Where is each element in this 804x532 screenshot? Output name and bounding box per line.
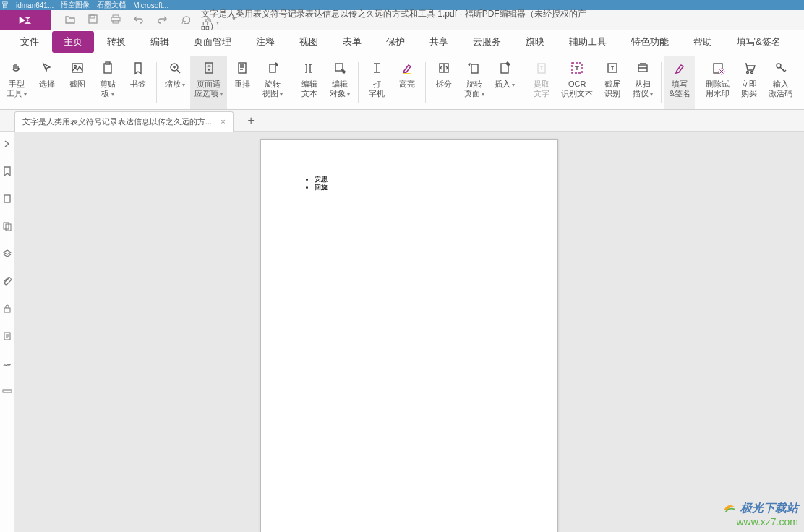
menu-注释[interactable]: 注释 bbox=[244, 31, 286, 53]
ribbon-label: 旋转页面 ▾ bbox=[464, 80, 484, 99]
ribbon-label: 从扫描仪 ▾ bbox=[633, 80, 653, 99]
open-icon[interactable] bbox=[65, 14, 75, 27]
menu-文件[interactable]: 文件 bbox=[9, 31, 51, 53]
cart-icon bbox=[740, 59, 758, 77]
menu-特色功能[interactable]: 特色功能 bbox=[620, 31, 680, 53]
svg-rect-11 bbox=[239, 63, 246, 73]
ribbon-key[interactable]: 输入激活码 bbox=[764, 56, 797, 109]
ribbon-edittext[interactable]: 编辑文本 bbox=[294, 56, 325, 109]
ribbon-toolbar: 手型工具 ▾选择截图剪贴板 ▾书签缩放 ▾页面适应选项 ▾重排旋转视图 ▾编辑文… bbox=[0, 53, 804, 110]
ribbon-editobj[interactable]: 编辑对象 ▾ bbox=[325, 56, 355, 109]
ribbon-cart[interactable]: 立即购买 bbox=[734, 56, 764, 109]
attach-panel-icon[interactable] bbox=[2, 276, 12, 286]
print-icon[interactable] bbox=[111, 14, 121, 27]
clipboard-icon bbox=[99, 59, 116, 77]
ribbon-screenshot[interactable]: 截屏识别 bbox=[597, 56, 628, 109]
svg-rect-12 bbox=[270, 64, 275, 72]
svg-point-23 bbox=[747, 72, 749, 74]
ribbon-zoom[interactable]: 缩放 ▾ bbox=[160, 56, 190, 109]
ribbon-label: 打字机 bbox=[369, 80, 385, 98]
ribbon-select[interactable]: 选择 bbox=[32, 56, 62, 109]
ribbon-hand[interactable]: 手型工具 ▾ bbox=[1, 56, 32, 109]
ribbon-label: 编辑文本 bbox=[302, 80, 317, 98]
ribbon-label: OCR识别文本 bbox=[561, 80, 593, 98]
watermark-url: www.xz7.com bbox=[722, 516, 798, 528]
menu-云服务[interactable]: 云服务 bbox=[461, 31, 513, 53]
ribbon-typewriter[interactable]: 打字机 bbox=[362, 56, 392, 109]
menu-帮助[interactable]: 帮助 bbox=[682, 31, 724, 53]
ribbon-rotatepage[interactable]: 旋转页面 ▾ bbox=[459, 56, 489, 109]
menu-编辑[interactable]: 编辑 bbox=[139, 31, 181, 53]
menu-转换[interactable]: 转换 bbox=[95, 31, 137, 53]
menu-填写&签名[interactable]: 填写&签名 bbox=[725, 31, 792, 53]
ribbon-scanner[interactable]: 从扫描仪 ▾ bbox=[628, 56, 658, 109]
layers-panel-icon[interactable] bbox=[2, 249, 12, 259]
side-arrow-icon[interactable] bbox=[2, 139, 12, 149]
bookmark-icon bbox=[129, 59, 147, 77]
redo-icon[interactable] bbox=[157, 14, 167, 27]
snapshot-icon bbox=[69, 59, 86, 77]
key-icon bbox=[772, 59, 790, 77]
ribbon-rotate[interactable]: 旋转视图 ▾ bbox=[257, 56, 288, 109]
workspace: 安思 回旋 bbox=[0, 132, 804, 532]
form-panel-icon[interactable] bbox=[2, 331, 12, 341]
title-bar: ▾ ▾ 文字是人类用表义符号记录表达信息以传之久远的方式和工具 1.pdf - … bbox=[0, 10, 804, 30]
ribbon-label: 填写&签名 bbox=[670, 80, 690, 98]
ribbon-label: 拆分 bbox=[436, 80, 452, 89]
document-canvas[interactable]: 安思 回旋 bbox=[14, 132, 804, 532]
ribbon-delwm[interactable]: 删除试用水印 bbox=[701, 56, 734, 109]
watermark: 极光下载站 www.xz7.com bbox=[722, 500, 798, 528]
redo2-icon[interactable] bbox=[180, 14, 190, 27]
ribbon-snapshot[interactable]: 截图 bbox=[62, 56, 93, 109]
rotatepage-icon bbox=[466, 59, 483, 77]
ribbon-reflow[interactable]: 重排 bbox=[227, 56, 257, 109]
menu-视图[interactable]: 视图 bbox=[288, 31, 330, 53]
reflow-icon bbox=[234, 59, 251, 77]
save-icon[interactable] bbox=[88, 14, 98, 27]
document-tab[interactable]: 文字是人类用表义符号记录表达信息以传之久远的方... × bbox=[14, 111, 234, 132]
hand-icon bbox=[8, 59, 25, 77]
ribbon-clipboard[interactable]: 剪贴板 ▾ bbox=[93, 56, 123, 109]
security-panel-icon[interactable] bbox=[2, 304, 12, 314]
ribbon-sign[interactable]: 填写&签名 bbox=[664, 56, 695, 109]
ribbon-bookmark[interactable]: 书签 bbox=[123, 56, 153, 109]
document-tab-bar: 文字是人类用表义符号记录表达信息以传之久远的方... × + bbox=[0, 110, 804, 132]
sign-panel-icon[interactable] bbox=[2, 359, 12, 369]
ribbon-label: 手型工具 ▾ bbox=[7, 80, 27, 99]
menu-页面管理[interactable]: 页面管理 bbox=[182, 31, 243, 53]
menu-保护[interactable]: 保护 bbox=[375, 31, 416, 53]
pages-panel-icon[interactable] bbox=[2, 194, 12, 204]
bookmark-panel-icon[interactable] bbox=[2, 166, 12, 176]
screenshot-icon bbox=[604, 59, 621, 77]
menu-表单[interactable]: 表单 bbox=[331, 31, 373, 53]
menu-辅助工具[interactable]: 辅助工具 bbox=[557, 31, 618, 53]
ribbon-label: 书签 bbox=[130, 80, 146, 89]
ribbon-split[interactable]: 拆分 bbox=[429, 56, 459, 109]
ribbon-highlight[interactable]: 高亮 bbox=[392, 56, 422, 109]
menu-旗映[interactable]: 旗映 bbox=[514, 31, 556, 53]
ribbon-label: 缩放 ▾ bbox=[165, 80, 185, 90]
watermark-icon bbox=[722, 500, 737, 516]
pages2-panel-icon[interactable] bbox=[2, 221, 12, 231]
document-tab-title: 文字是人类用表义符号记录表达信息以传之久远的方... bbox=[22, 116, 212, 127]
ribbon-insert[interactable]: 插入 ▾ bbox=[489, 56, 520, 109]
ruler-panel-icon[interactable] bbox=[2, 386, 12, 396]
select-icon bbox=[38, 59, 56, 77]
svg-point-6 bbox=[74, 66, 77, 68]
ribbon-label: 立即购买 bbox=[741, 80, 757, 98]
page-bullet-2: 回旋 bbox=[315, 184, 514, 192]
undo-icon[interactable] bbox=[134, 14, 144, 27]
ribbon-ocr[interactable]: OCR识别文本 bbox=[557, 56, 597, 109]
ribbon-label: 删除试用水印 bbox=[706, 80, 730, 98]
close-tab-icon[interactable]: × bbox=[221, 117, 225, 126]
add-tab-button[interactable]: + bbox=[248, 114, 255, 127]
menu-主页[interactable]: 主页 bbox=[52, 31, 94, 53]
ribbon-extract[interactable]: 提取文字 bbox=[526, 56, 557, 109]
app-logo[interactable] bbox=[0, 10, 51, 30]
ribbon-pagefit[interactable]: 页面适应选项 ▾ bbox=[190, 56, 227, 109]
ribbon-label: 插入 ▾ bbox=[495, 80, 515, 90]
menu-共享[interactable]: 共享 bbox=[418, 31, 460, 53]
watermark-title: 极光下载站 bbox=[740, 501, 798, 516]
ribbon-label: 提取文字 bbox=[534, 80, 549, 98]
pagefit-icon bbox=[200, 59, 218, 77]
